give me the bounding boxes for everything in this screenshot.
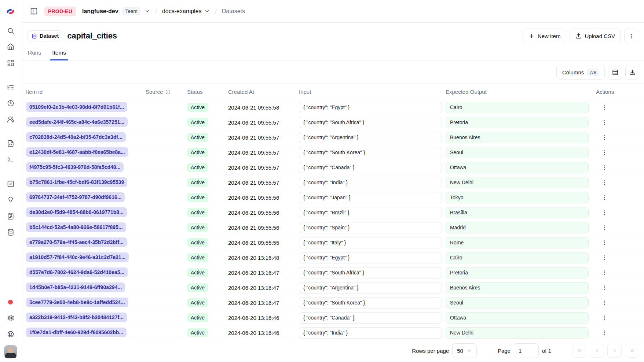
col-header-status[interactable]: Status [187, 89, 228, 95]
status-badge: Active [187, 133, 208, 142]
item-id-link[interactable]: eed5dafe-244f-465c-a84c-4a6e357251... [26, 117, 128, 127]
row-actions-button[interactable] [599, 252, 610, 263]
item-id-link[interactable]: b5c144cd-52a5-4a80-926e-58617f895... [26, 222, 126, 232]
tab-runs[interactable]: Runs [27, 46, 42, 60]
item-id-link[interactable]: 5cee7779-3e00-4eb8-be8c-1affedd524... [26, 298, 128, 307]
status-badge: Active [187, 103, 208, 112]
item-id-link[interactable]: a1910d57-7f84-440c-9e46-a31c2d7e21... [26, 252, 129, 262]
record-status-dot[interactable] [3, 295, 18, 309]
created-at-cell: 2024-06-21 09:55:57 [228, 165, 299, 171]
row-actions-button[interactable] [599, 297, 610, 308]
item-id-link[interactable]: c702838d-24d5-40a2-bf35-67dc3a3df... [26, 132, 126, 142]
support-lifebuoy-icon[interactable] [3, 327, 18, 341]
col-header-item-id[interactable]: Item id [26, 89, 146, 95]
langfuse-logo[interactable] [6, 0, 15, 23]
row-actions-button[interactable] [599, 207, 610, 218]
upload-csv-button[interactable]: Upload CSV [570, 29, 621, 43]
row-actions-button[interactable] [599, 282, 610, 293]
page-number-input[interactable] [514, 343, 539, 358]
row-actions-button[interactable] [599, 267, 610, 278]
new-item-button[interactable]: New item [523, 29, 567, 43]
item-id-link[interactable]: d557e7d6-7802-4624-9da6-52d410ea5... [26, 267, 128, 277]
previous-page-button[interactable] [590, 344, 604, 358]
item-id-link[interactable]: 1f0e7da1-dbff-4e60-929d-f6095602bb... [26, 328, 127, 337]
annotation-clipboard-icon[interactable] [3, 209, 18, 224]
last-page-button[interactable] [625, 344, 639, 358]
kebab-menu-icon [601, 255, 608, 261]
table-body: 05109ef0-2e3b-4e03-98dd-8f7d01b61f... Ac… [21, 100, 644, 339]
item-id-link[interactable]: 69764737-34af-4752-9787-d90df9616... [26, 192, 125, 202]
breadcrumb-section[interactable]: Datasets [222, 8, 245, 15]
next-page-button[interactable] [607, 344, 622, 358]
row-actions-button[interactable] [599, 237, 610, 248]
kebab-menu-icon [601, 270, 608, 276]
tab-items[interactable]: Items [51, 46, 67, 60]
item-id-link[interactable]: b75c7861-1fbe-45cf-bdf6-83f139c95539 [26, 177, 127, 187]
tracing-icon[interactable] [3, 80, 18, 95]
item-id-link[interactable]: e12430df-5e81-4687-aabb-f0ea65be8a... [26, 147, 128, 157]
created-at-cell: 2024-06-20 13:16:47 [228, 270, 299, 276]
evaluation-percent-icon[interactable] [3, 177, 18, 191]
row-actions-button[interactable] [599, 102, 610, 113]
row-actions-button[interactable] [599, 192, 610, 203]
table-row: eed5dafe-244f-465c-a84c-4a6e357251... Ac… [21, 115, 644, 130]
export-button[interactable] [625, 65, 639, 80]
org-type-badge: Team [122, 7, 141, 15]
input-cell: { "country": "South Africa" } [299, 267, 442, 278]
row-actions-button[interactable] [599, 162, 610, 173]
col-header-input[interactable]: Input [299, 89, 446, 95]
user-avatar[interactable] [4, 345, 17, 358]
prompts-file-icon[interactable] [3, 136, 18, 151]
project-chevron-down-icon[interactable] [204, 8, 210, 14]
row-actions-button[interactable] [599, 327, 610, 338]
col-header-expected-output[interactable]: Expected Output [446, 89, 592, 95]
item-id-link[interactable]: e779a270-579a-4f45-aec4-35b72d3bff... [26, 237, 127, 247]
row-actions-button[interactable] [599, 312, 610, 323]
item-id-link[interactable]: a322b319-9412-4f43-b8f2-b20484127f... [26, 313, 127, 322]
search-icon[interactable] [3, 23, 18, 38]
table-row: d557e7d6-7802-4624-9da6-52d410ea5... Act… [21, 265, 644, 280]
col-header-created-at[interactable]: Created At [228, 89, 299, 95]
row-height-button[interactable] [608, 65, 622, 80]
expected-output-cell: Ottawa [446, 162, 589, 173]
input-cell: { "country": "Italy" } [299, 237, 442, 248]
kebab-menu-icon [601, 210, 608, 216]
home-icon[interactable] [3, 40, 18, 54]
llm-judge-lightbulb-icon[interactable] [3, 193, 18, 207]
col-header-source[interactable]: Source [146, 89, 187, 95]
row-actions-button[interactable] [599, 177, 610, 188]
columns-button[interactable]: Columns 7/8 [556, 65, 605, 80]
table-row: 1f0e7da1-dbff-4e60-929d-f6095602bb... Ac… [21, 325, 644, 339]
row-actions-button[interactable] [599, 132, 610, 143]
sessions-clock-icon[interactable] [3, 96, 18, 111]
row-actions-button[interactable] [599, 147, 610, 158]
created-at-cell: 2024-06-20 13:16:47 [228, 300, 299, 306]
rows-per-page-select[interactable]: 50 [452, 343, 477, 358]
dashboard-icon[interactable] [3, 56, 18, 70]
playground-terminal-icon[interactable] [3, 152, 18, 167]
datasets-database-icon[interactable] [3, 225, 18, 240]
more-actions-button[interactable] [624, 29, 638, 43]
expected-output-cell: Brasília [446, 207, 589, 218]
org-chevron-down-icon[interactable] [144, 8, 150, 14]
users-icon[interactable] [3, 112, 18, 127]
item-id-link[interactable]: f4975c95-5fc3-4939-970d-58fa5cd48... [26, 162, 124, 172]
item-id-link[interactable]: de30d2e0-f5d9-4854-88b6-0619771b8... [26, 207, 127, 217]
settings-gear-icon[interactable] [3, 311, 18, 325]
page-header: Dataset capital_cities New item Upload C… [21, 23, 644, 45]
breadcrumb-org[interactable]: langfuse-dev [82, 8, 118, 15]
row-actions-button[interactable] [599, 222, 610, 233]
item-id-link[interactable]: 1d45b0e7-b85a-4231-9149-6ff90a294... [26, 282, 125, 292]
sidebar-toggle-icon[interactable] [27, 5, 40, 18]
row-actions-button[interactable] [599, 117, 610, 128]
first-page-button[interactable] [572, 344, 586, 358]
kebab-menu-icon [601, 225, 608, 231]
input-cell: { "country": "Egypt" } [299, 102, 442, 113]
status-badge: Active [187, 283, 208, 292]
created-at-cell: 2024-06-21 09:55:58 [228, 104, 299, 111]
created-at-cell: 2024-06-21 09:55:57 [228, 149, 299, 156]
project-name: docs-examples [162, 8, 202, 15]
breadcrumb-project[interactable]: docs-examples [162, 8, 210, 15]
table-toolbar: Columns 7/8 [21, 60, 644, 84]
item-id-link[interactable]: 05109ef0-2e3b-4e03-98dd-8f7d01b61f... [26, 102, 127, 112]
